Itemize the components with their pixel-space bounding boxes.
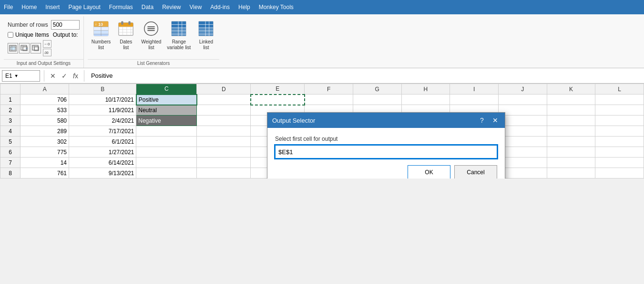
dialog-help-btn[interactable]: ? bbox=[477, 116, 487, 125]
dialog-ok-button[interactable]: OK bbox=[408, 165, 450, 179]
numbers-list-label: Numberslist bbox=[92, 39, 111, 51]
svg-rect-28 bbox=[122, 21, 123, 25]
dates-list-label: Dateslist bbox=[120, 39, 132, 51]
svg-text:←0: ←0 bbox=[44, 42, 50, 46]
output-icon-1[interactable] bbox=[8, 43, 18, 53]
output-icon-3[interactable] bbox=[31, 43, 41, 53]
output-icons: ← bbox=[8, 43, 41, 53]
svg-text:↓: ↓ bbox=[95, 21, 97, 26]
svg-text:←: ← bbox=[25, 46, 28, 51]
weighted-list-label: Weightedlist bbox=[141, 39, 161, 51]
output-to-label: Output to: bbox=[53, 32, 78, 38]
linked-list-icon bbox=[196, 19, 215, 38]
menu-data[interactable]: Data bbox=[142, 4, 153, 11]
spreadsheet-container: A B C D E F G H I J K L 1 706 bbox=[0, 84, 644, 179]
rows-label: Number of rows bbox=[8, 21, 48, 28]
range-variable-list-label: Rangevariable list bbox=[167, 39, 191, 51]
menu-file[interactable]: File bbox=[4, 4, 13, 11]
formula-separator bbox=[44, 70, 44, 82]
numbers-list-button[interactable]: 10 ↓ Numberslist bbox=[92, 19, 111, 51]
unique-items-checkbox-container: Unique Items Output to: bbox=[8, 32, 80, 38]
range-variable-list-icon bbox=[169, 19, 188, 38]
linked-list-button[interactable]: Linkedlist bbox=[196, 19, 215, 51]
list-generators-label: List Generators bbox=[88, 59, 220, 68]
dialog-titlebar: Output Selector ? ✕ bbox=[267, 113, 505, 128]
dialog-cell-input[interactable] bbox=[275, 145, 497, 158]
input-output-label: Input and Output Settings bbox=[4, 59, 83, 68]
cell-ref-box[interactable]: E1 ▼ bbox=[2, 70, 40, 82]
svg-text:10: 10 bbox=[98, 22, 103, 27]
menu-help[interactable]: Help bbox=[238, 4, 250, 11]
svg-rect-44 bbox=[178, 28, 186, 36]
menu-view[interactable]: View bbox=[190, 4, 202, 11]
rows-input-row: Number of rows bbox=[8, 20, 80, 30]
input-output-controls: Number of rows Unique Items Output to: bbox=[8, 18, 80, 58]
ribbon-list-generators-section: 10 ↓ Numberslist bbox=[84, 16, 224, 68]
formula-bar: E1 ▼ ✕ ✓ fx bbox=[0, 68, 644, 84]
svg-rect-27 bbox=[119, 23, 133, 27]
output-selector-dialog: Output Selector ? ✕ Select first cell fo… bbox=[267, 112, 505, 179]
side-icon-zero[interactable]: ←0 bbox=[43, 40, 51, 48]
menu-formulas[interactable]: Formulas bbox=[109, 4, 133, 11]
side-icons: ←0 .00 bbox=[43, 40, 51, 56]
ribbon: Number of rows Unique Items Output to: bbox=[0, 14, 644, 68]
dates-list-button[interactable]: Dateslist bbox=[116, 19, 135, 51]
dialog-cancel-button[interactable]: Cancel bbox=[454, 165, 497, 179]
dialog-body: Select first cell for output OK Cancel bbox=[267, 128, 505, 179]
menu-review[interactable]: Review bbox=[162, 4, 181, 11]
weighted-list-button[interactable]: Weightedlist bbox=[141, 19, 161, 51]
svg-rect-55 bbox=[205, 28, 213, 36]
dialog-close-btn[interactable]: ✕ bbox=[491, 116, 500, 125]
formula-separator-2 bbox=[84, 70, 84, 82]
menu-home[interactable]: Home bbox=[21, 4, 37, 11]
numbers-list-icon: 10 ↓ bbox=[92, 19, 111, 38]
menu-page-layout[interactable]: Page Layout bbox=[68, 4, 100, 11]
dialog-buttons: OK Cancel bbox=[275, 165, 497, 179]
dates-list-icon bbox=[116, 19, 135, 38]
svg-rect-9 bbox=[32, 45, 38, 50]
menu-addins[interactable]: Add-ins bbox=[210, 4, 230, 11]
cell-ref-dropdown-icon[interactable]: ▼ bbox=[14, 74, 19, 78]
unique-items-checkbox[interactable] bbox=[8, 32, 13, 38]
dialog-overlay: Output Selector ? ✕ Select first cell fo… bbox=[0, 84, 644, 179]
menu-bar: File Home Insert Page Layout Formulas Da… bbox=[0, 0, 644, 14]
unique-items-label: Unique Items bbox=[15, 32, 49, 38]
svg-rect-1 bbox=[10, 46, 15, 50]
weighted-list-icon bbox=[142, 19, 161, 38]
range-variable-list-button[interactable]: Rangevariable list bbox=[167, 19, 191, 51]
cell-ref-value: E1 bbox=[5, 73, 12, 79]
insert-function-btn[interactable]: fx bbox=[71, 71, 80, 81]
formula-input[interactable] bbox=[88, 70, 642, 82]
svg-rect-43 bbox=[172, 28, 178, 36]
svg-rect-29 bbox=[129, 21, 131, 25]
side-icon-decimal[interactable]: .00 bbox=[43, 49, 51, 56]
dialog-title: Output Selector bbox=[272, 117, 477, 124]
dialog-field-label: Select first cell for output bbox=[275, 136, 497, 142]
ribbon-input-output-section: Number of rows Unique Items Output to: bbox=[4, 16, 84, 68]
linked-list-label: Linkedlist bbox=[199, 39, 213, 51]
svg-rect-54 bbox=[199, 28, 205, 36]
cancel-formula-btn[interactable]: ✕ bbox=[48, 71, 58, 81]
svg-text:.00: .00 bbox=[44, 51, 49, 54]
rows-input[interactable] bbox=[51, 20, 80, 30]
confirm-formula-btn[interactable]: ✓ bbox=[60, 71, 69, 81]
menu-monkey-tools[interactable]: Monkey Tools bbox=[259, 4, 294, 11]
menu-insert[interactable]: Insert bbox=[45, 4, 60, 11]
output-to-row: ← bbox=[8, 40, 80, 56]
output-icon-2[interactable]: ← bbox=[19, 43, 30, 53]
